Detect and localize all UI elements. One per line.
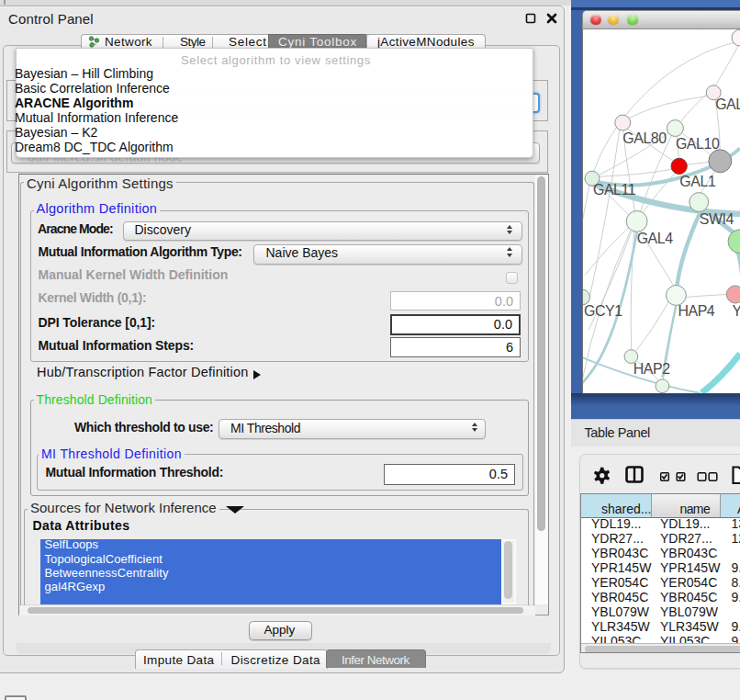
svg-text:HAP2: HAP2 xyxy=(633,361,670,377)
svg-text:Y: Y xyxy=(733,303,740,319)
svg-text:GCY1: GCY1 xyxy=(584,303,622,319)
svg-text:GAL80: GAL80 xyxy=(622,130,667,146)
svg-text:GAL10: GAL10 xyxy=(676,136,720,152)
svg-text:GAL11: GAL11 xyxy=(593,182,636,198)
svg-text:HAP4: HAP4 xyxy=(678,303,714,319)
svg-text:GAL1: GAL1 xyxy=(679,174,716,189)
svg-text:GAL4: GAL4 xyxy=(637,231,674,246)
svg-text:SWI4: SWI4 xyxy=(700,211,734,227)
svg-text:GAL: GAL xyxy=(715,96,740,112)
